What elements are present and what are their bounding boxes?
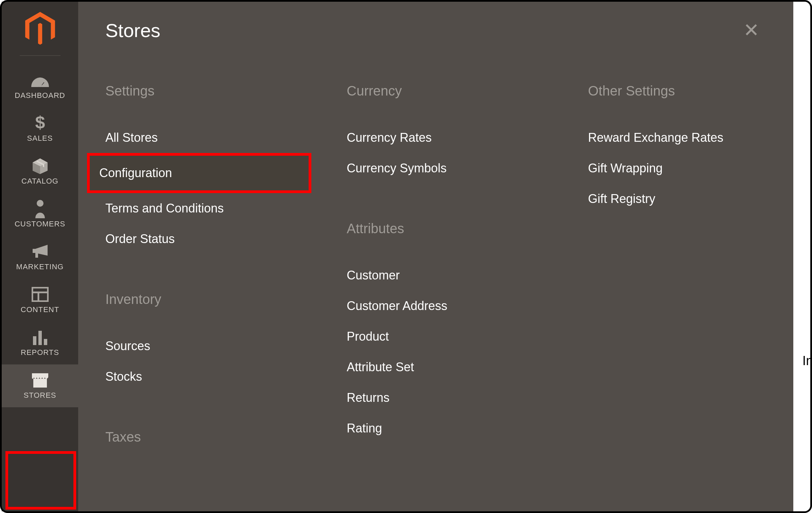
sidebar-item-stores[interactable]: STORES — [2, 364, 78, 407]
menu-link-all-stores[interactable]: All Stores — [105, 122, 347, 153]
svg-rect-8 — [32, 288, 48, 301]
sidebar-item-customers[interactable]: CUSTOMERS — [2, 193, 78, 236]
menu-link-customer-address[interactable]: Customer Address — [347, 291, 588, 321]
sidebar-item-catalog[interactable]: CATALOG — [2, 150, 78, 193]
group-heading-inventory: Inventory — [105, 292, 347, 307]
sidebar-item-dashboard[interactable]: DASHBOARD — [2, 65, 78, 107]
group-heading-settings: Settings — [105, 83, 347, 99]
menu-link-currency-rates[interactable]: Currency Rates — [347, 122, 588, 153]
close-icon[interactable]: ✕ — [741, 18, 770, 42]
svg-rect-13 — [44, 339, 47, 345]
storefront-icon — [31, 371, 50, 390]
menu-link-rating[interactable]: Rating — [347, 413, 588, 435]
menu-link-currency-symbols[interactable]: Currency Symbols — [347, 153, 588, 184]
flyout-title: Stores — [105, 19, 160, 41]
flyout-column-3: Other Settings Reward Exchange Rates Gif… — [588, 83, 723, 445]
box-icon — [31, 156, 49, 175]
sidebar-item-label: MARKETING — [16, 262, 64, 271]
menu-link-customer[interactable]: Customer — [347, 260, 588, 291]
menu-link-gift-wrapping[interactable]: Gift Wrapping — [588, 153, 723, 184]
megaphone-icon — [31, 242, 50, 261]
sidebar-item-label: STORES — [23, 391, 56, 400]
group-heading-currency: Currency — [347, 83, 588, 99]
group-heading-other-settings: Other Settings — [588, 83, 723, 99]
svg-rect-14 — [33, 379, 47, 388]
admin-sidebar: DASHBOARD $ SALES CATALOG CUSTOMERS MARK… — [2, 2, 78, 511]
menu-link-reward-exchange-rates[interactable]: Reward Exchange Rates — [588, 122, 723, 153]
svg-rect-6 — [33, 249, 36, 253]
sidebar-item-label: REPORTS — [21, 348, 59, 357]
menu-link-returns[interactable]: Returns — [347, 382, 588, 413]
menu-link-product[interactable]: Product — [347, 321, 588, 352]
sidebar-item-label: CUSTOMERS — [15, 220, 65, 228]
menu-link-attribute-set[interactable]: Attribute Set — [347, 352, 588, 382]
group-heading-attributes: Attributes — [347, 221, 588, 236]
svg-rect-12 — [38, 331, 42, 345]
background-cropped-text: Inclu — [802, 354, 812, 368]
svg-rect-7 — [35, 253, 38, 258]
dashboard-gauge-icon — [30, 71, 50, 90]
menu-link-configuration[interactable]: Configuration — [87, 153, 311, 193]
sidebar-item-sales[interactable]: $ SALES — [2, 107, 78, 150]
magento-logo-icon[interactable] — [25, 12, 55, 46]
sidebar-item-label: CATALOG — [21, 177, 58, 186]
sidebar-item-label: CONTENT — [21, 305, 59, 314]
svg-point-5 — [37, 200, 44, 207]
flyout-column-2: Currency Currency Rates Currency Symbols… — [347, 83, 588, 445]
sidebar-item-content[interactable]: CONTENT — [2, 279, 78, 322]
menu-link-terms-and-conditions[interactable]: Terms and Conditions — [105, 193, 347, 224]
menu-link-order-status[interactable]: Order Status — [105, 224, 347, 254]
menu-link-gift-registry[interactable]: Gift Registry — [588, 184, 723, 214]
person-icon — [33, 199, 47, 218]
dollar-icon: $ — [33, 114, 47, 133]
svg-rect-11 — [33, 336, 36, 345]
sidebar-item-label: DASHBOARD — [15, 91, 65, 100]
menu-link-sources[interactable]: Sources — [105, 331, 347, 361]
sidebar-divider — [20, 55, 61, 56]
stores-flyout-panel: Stores ✕ Settings All Stores Configurati… — [78, 2, 793, 511]
sidebar-item-label: SALES — [27, 134, 53, 143]
menu-link-stocks[interactable]: Stocks — [105, 361, 347, 392]
bar-chart-icon — [32, 328, 49, 347]
flyout-column-1: Settings All Stores Configuration Terms … — [105, 83, 347, 445]
layout-icon — [32, 285, 49, 304]
sidebar-item-marketing[interactable]: MARKETING — [2, 236, 78, 279]
group-heading-taxes: Taxes — [105, 429, 347, 445]
sidebar-item-reports[interactable]: REPORTS — [2, 322, 78, 364]
svg-text:$: $ — [35, 114, 45, 132]
